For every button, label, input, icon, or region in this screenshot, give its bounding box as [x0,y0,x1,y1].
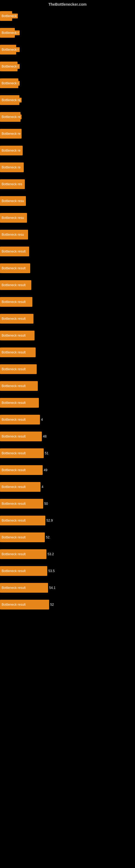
bar-label: Bottleneck r [1,81,20,86]
bar-value: 53.2 [48,552,54,556]
bar-row: Bottleneck result52.9 [0,512,135,529]
bar-row: Bottleneck result [0,327,135,344]
bar-row: Bottleneck re [0,108,135,125]
bar-label: Bottleneck result [1,451,27,456]
bar-row: Bottleneck resu [0,226,135,243]
bar-row: Bottleneck result4 [0,478,135,495]
bar-row: Bottleneck result51 [0,445,135,462]
bar-label: Bottleneck result [1,266,27,271]
bar-row: Bottleneck re [0,92,135,108]
bar-row: Bottleneck result49 [0,462,135,478]
bar-label: Bottleneck r [1,64,20,69]
bar-label: Bottleneck res [1,182,23,187]
bar-label: Bottleneck r [1,30,20,35]
bar-label: Bottleneck [1,13,18,19]
bar-label: Bottleneck result [1,417,27,422]
bar-value: 51 [45,452,48,455]
bar-label: Bottleneck result [1,485,27,489]
bar-label: Bottleneck result [1,568,27,574]
bar-label: Bottleneck result [1,367,27,372]
bar-row: Bottleneck re [0,142,135,159]
bar-label: Bottleneck re [1,148,21,153]
bar-label: Bottleneck result [1,518,27,523]
bar-row: Bottleneck res [0,176,135,193]
bar-label: Bottleneck re [1,98,21,102]
bar-label: Bottleneck result [1,501,27,506]
bar-value: 50 [44,502,48,506]
bar-label: Bottleneck re [1,131,21,136]
bar-row: Bottleneck result [0,378,135,394]
bar-row: Bottleneck r [0,24,135,41]
bar-label: Bottleneck result [1,434,27,439]
bar-label: Bottleneck re [1,115,21,119]
bar-label: Bottleneck result [1,249,27,254]
bar-row: Bottleneck r [0,41,135,58]
bar-row: Bottleneck result [0,293,135,310]
bar-row: Bottleneck resu [0,209,135,226]
bar-row: Bottleneck result53.5 [0,563,135,579]
bar-row: Bottleneck resu [0,193,135,209]
bar-value: 52. [46,535,50,539]
bar-label: Bottleneck result [1,300,27,304]
bar-row: Bottleneck r [0,75,135,92]
bar-row: Bottleneck result4 [0,411,135,428]
bar-value: 49 [44,468,47,472]
bar-label: Bottleneck result [1,468,27,472]
bar-row: Bottleneck result48 [0,428,135,445]
bar-row: Bottleneck result [0,310,135,327]
bar-row: Bottleneck result [0,344,135,361]
bar-row: Bottleneck result [0,260,135,277]
bar-row: Bottleneck result53.2 [0,546,135,563]
bar-label: Bottleneck result [1,400,27,405]
bar-label: Bottleneck result [1,383,27,389]
bar-label: Bottleneck result [1,283,27,287]
bar-label: Bottleneck resu [1,215,25,220]
bar-row: Bottleneck result [0,361,135,378]
site-title: TheBottlenecker.com [0,0,135,8]
chart-area: BottleneckBottleneck rBottleneck rBottle… [0,8,135,613]
bar-row: Bottleneck result [0,277,135,293]
bar-label: Bottleneck resu [1,198,25,204]
bar-row: Bottleneck result50 [0,495,135,512]
bar-label: Bottleneck result [1,350,27,355]
bar-value: 4 [42,485,43,489]
bar-row: Bottleneck result [0,243,135,260]
bar-row: Bottleneck result52 [0,596,135,613]
bar-label: Bottleneck r [1,47,20,52]
bar-row: Bottleneck re [0,125,135,142]
bar-label: Bottleneck re [1,165,21,170]
bar-label: Bottleneck result [1,333,27,338]
bar-label: Bottleneck result [1,535,27,540]
bar-value: 4 [41,418,43,422]
bar-row: Bottleneck r [0,58,135,75]
bar-row: Bottleneck result [0,394,135,411]
bar-label: Bottleneck result [1,552,27,557]
bar-row: Bottleneck re [0,159,135,176]
bar-value: 54.1 [49,586,55,590]
bar-row: Bottleneck result54.1 [0,579,135,596]
bar-value: 48 [43,435,46,438]
bar-value: 53.5 [48,569,54,573]
bar-row: Bottleneck [0,8,135,24]
bar-value: 52 [50,603,54,607]
bar-value: 52.9 [46,519,53,522]
bar-row: Bottleneck result52. [0,529,135,546]
header: TheBottlenecker.com [0,0,135,8]
bar-label: Bottleneck result [1,316,27,321]
bar-label: Bottleneck resu [1,232,25,237]
bar-label: Bottleneck result [1,602,27,607]
bar-label: Bottleneck result [1,585,27,590]
